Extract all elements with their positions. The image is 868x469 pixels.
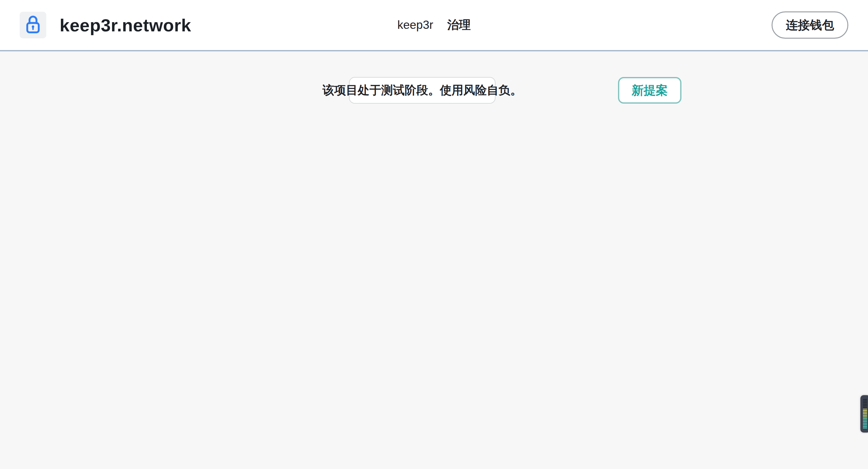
main-content: 该项目处于测试阶段。使用风险自负。 新提案 bbox=[0, 53, 868, 469]
brand-title: keep3r.network bbox=[60, 15, 191, 35]
new-proposal-button[interactable]: 新提案 bbox=[618, 77, 681, 104]
main-nav: keep3r 治理 bbox=[397, 17, 470, 33]
nav-item-keep3r[interactable]: keep3r bbox=[397, 19, 433, 32]
level-meter-bars bbox=[863, 399, 867, 429]
nav-item-governance[interactable]: 治理 bbox=[447, 17, 471, 33]
beta-notice-banner: 该项目处于测试阶段。使用风险自负。 bbox=[349, 77, 496, 104]
connect-wallet-button[interactable]: 连接钱包 bbox=[772, 11, 848, 39]
lock-icon bbox=[23, 14, 43, 35]
logo bbox=[20, 12, 46, 38]
header: keep3r.network keep3r 治理 连接钱包 bbox=[0, 0, 868, 51]
level-meter-widget[interactable] bbox=[860, 395, 868, 433]
brand-home-link[interactable]: keep3r.network bbox=[20, 12, 191, 38]
